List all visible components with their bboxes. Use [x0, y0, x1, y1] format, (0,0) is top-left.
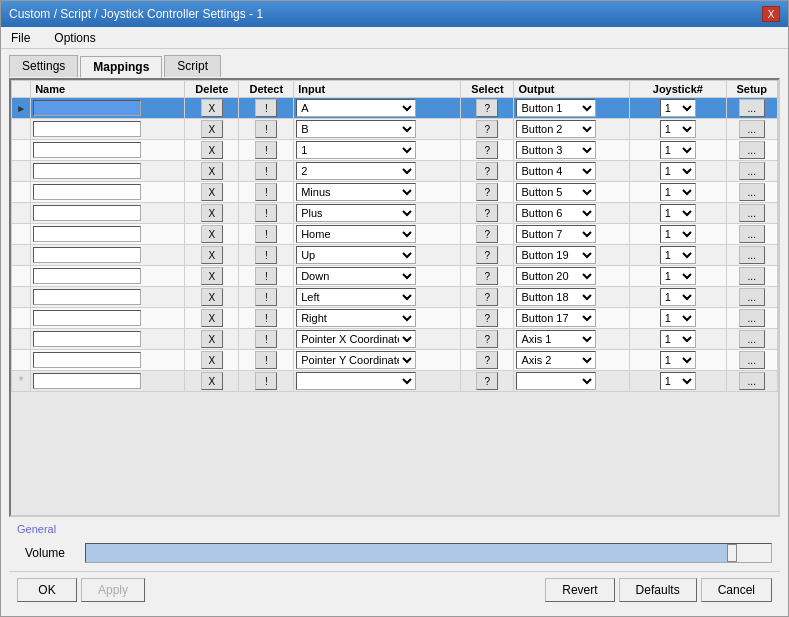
input-select[interactable]: AB12MinusPlusHomeUpDownLeftRightPointer …: [296, 225, 416, 243]
name-input[interactable]: [33, 268, 141, 284]
table-row[interactable]: X!AB12MinusPlusHomeUpDownLeftRightPointe…: [12, 266, 778, 287]
delete-button[interactable]: X: [201, 351, 223, 369]
joystick-select[interactable]: 1234: [660, 351, 696, 369]
joystick-select[interactable]: 1234: [660, 288, 696, 306]
setup-button[interactable]: ...: [739, 372, 765, 390]
input-select[interactable]: AB12MinusPlusHomeUpDownLeftRightPointer …: [296, 246, 416, 264]
delete-button[interactable]: X: [201, 204, 223, 222]
table-row[interactable]: X!AB12MinusPlusHomeUpDownLeftRightPointe…: [12, 140, 778, 161]
output-select[interactable]: Button 1Button 2Button 3Button 4Button 5…: [516, 267, 596, 285]
table-row[interactable]: X!AB12MinusPlusHomeUpDownLeftRightPointe…: [12, 329, 778, 350]
question-button[interactable]: ?: [476, 330, 498, 348]
input-select[interactable]: AB12MinusPlusHomeUpDownLeftRightPointer …: [296, 183, 416, 201]
setup-button[interactable]: ...: [739, 162, 765, 180]
apply-button[interactable]: Apply: [81, 578, 145, 602]
question-button[interactable]: ?: [476, 99, 498, 117]
delete-button[interactable]: X: [201, 183, 223, 201]
detect-button[interactable]: !: [255, 330, 277, 348]
table-row[interactable]: X!AB12MinusPlusHomeUpDownLeftRightPointe…: [12, 182, 778, 203]
name-input[interactable]: [33, 247, 141, 263]
mappings-table-container[interactable]: Name Delete Detect Input Select Output J…: [9, 78, 780, 517]
table-row[interactable]: X!AB12MinusPlusHomeUpDownLeftRightPointe…: [12, 245, 778, 266]
joystick-select[interactable]: 1234: [660, 267, 696, 285]
question-button[interactable]: ?: [476, 309, 498, 327]
delete-button[interactable]: X: [201, 330, 223, 348]
joystick-select[interactable]: 1234: [660, 120, 696, 138]
input-select[interactable]: AB12MinusPlusHomeUpDownLeftRightPointer …: [296, 372, 416, 390]
table-row[interactable]: X!AB12MinusPlusHomeUpDownLeftRightPointe…: [12, 161, 778, 182]
setup-button[interactable]: ...: [739, 225, 765, 243]
output-select[interactable]: Button 1Button 2Button 3Button 4Button 5…: [516, 309, 596, 327]
delete-button[interactable]: X: [201, 288, 223, 306]
delete-button[interactable]: X: [201, 309, 223, 327]
question-button[interactable]: ?: [476, 267, 498, 285]
detect-button[interactable]: !: [255, 162, 277, 180]
name-input[interactable]: [33, 310, 141, 326]
question-button[interactable]: ?: [476, 141, 498, 159]
setup-button[interactable]: ...: [739, 141, 765, 159]
setup-button[interactable]: ...: [739, 267, 765, 285]
name-input[interactable]: [33, 163, 141, 179]
joystick-select[interactable]: 1234: [660, 330, 696, 348]
detect-button[interactable]: !: [255, 372, 277, 390]
name-input[interactable]: [33, 289, 141, 305]
detect-button[interactable]: !: [255, 141, 277, 159]
output-select[interactable]: Button 1Button 2Button 3Button 4Button 5…: [516, 183, 596, 201]
name-input[interactable]: [33, 226, 141, 242]
input-select[interactable]: AB12MinusPlusHomeUpDownLeftRightPointer …: [296, 99, 416, 117]
input-select[interactable]: AB12MinusPlusHomeUpDownLeftRightPointer …: [296, 162, 416, 180]
output-select[interactable]: Button 1Button 2Button 3Button 4Button 5…: [516, 99, 596, 117]
detect-button[interactable]: !: [255, 225, 277, 243]
output-select[interactable]: Button 1Button 2Button 3Button 4Button 5…: [516, 120, 596, 138]
table-row[interactable]: X!AB12MinusPlusHomeUpDownLeftRightPointe…: [12, 350, 778, 371]
setup-button[interactable]: ...: [739, 351, 765, 369]
delete-button[interactable]: X: [201, 162, 223, 180]
question-button[interactable]: ?: [476, 372, 498, 390]
close-button[interactable]: X: [762, 6, 780, 22]
setup-button[interactable]: ...: [739, 120, 765, 138]
tab-mappings[interactable]: Mappings: [80, 56, 162, 78]
setup-button[interactable]: ...: [739, 99, 765, 117]
name-input[interactable]: [33, 100, 141, 116]
table-row[interactable]: X!AB12MinusPlusHomeUpDownLeftRightPointe…: [12, 224, 778, 245]
detect-button[interactable]: !: [255, 120, 277, 138]
setup-button[interactable]: ...: [739, 309, 765, 327]
input-select[interactable]: AB12MinusPlusHomeUpDownLeftRightPointer …: [296, 288, 416, 306]
name-input[interactable]: [33, 331, 141, 347]
name-input[interactable]: [33, 373, 141, 389]
delete-button[interactable]: X: [201, 120, 223, 138]
question-button[interactable]: ?: [476, 183, 498, 201]
name-input[interactable]: [33, 205, 141, 221]
setup-button[interactable]: ...: [739, 246, 765, 264]
name-input[interactable]: [33, 184, 141, 200]
question-button[interactable]: ?: [476, 351, 498, 369]
name-input[interactable]: [33, 142, 141, 158]
joystick-select[interactable]: 1234: [660, 99, 696, 117]
input-select[interactable]: AB12MinusPlusHomeUpDownLeftRightPointer …: [296, 330, 416, 348]
name-input[interactable]: [33, 121, 141, 137]
joystick-select[interactable]: 1234: [660, 225, 696, 243]
input-select[interactable]: AB12MinusPlusHomeUpDownLeftRightPointer …: [296, 351, 416, 369]
input-select[interactable]: AB12MinusPlusHomeUpDownLeftRightPointer …: [296, 309, 416, 327]
delete-button[interactable]: X: [201, 141, 223, 159]
setup-button[interactable]: ...: [739, 204, 765, 222]
delete-button[interactable]: X: [201, 225, 223, 243]
revert-button[interactable]: Revert: [545, 578, 614, 602]
detect-button[interactable]: !: [255, 309, 277, 327]
question-button[interactable]: ?: [476, 120, 498, 138]
detect-button[interactable]: !: [255, 246, 277, 264]
joystick-select[interactable]: 1234: [660, 183, 696, 201]
volume-slider[interactable]: [85, 543, 772, 563]
name-input[interactable]: [33, 352, 141, 368]
tab-settings[interactable]: Settings: [9, 55, 78, 77]
question-button[interactable]: ?: [476, 204, 498, 222]
delete-button[interactable]: X: [201, 246, 223, 264]
question-button[interactable]: ?: [476, 246, 498, 264]
table-row[interactable]: ►X!AB12MinusPlusHomeUpDownLeftRightPoint…: [12, 98, 778, 119]
input-select[interactable]: AB12MinusPlusHomeUpDownLeftRightPointer …: [296, 267, 416, 285]
input-select[interactable]: AB12MinusPlusHomeUpDownLeftRightPointer …: [296, 141, 416, 159]
setup-button[interactable]: ...: [739, 330, 765, 348]
tab-script[interactable]: Script: [164, 55, 221, 77]
delete-button[interactable]: X: [201, 267, 223, 285]
detect-button[interactable]: !: [255, 288, 277, 306]
